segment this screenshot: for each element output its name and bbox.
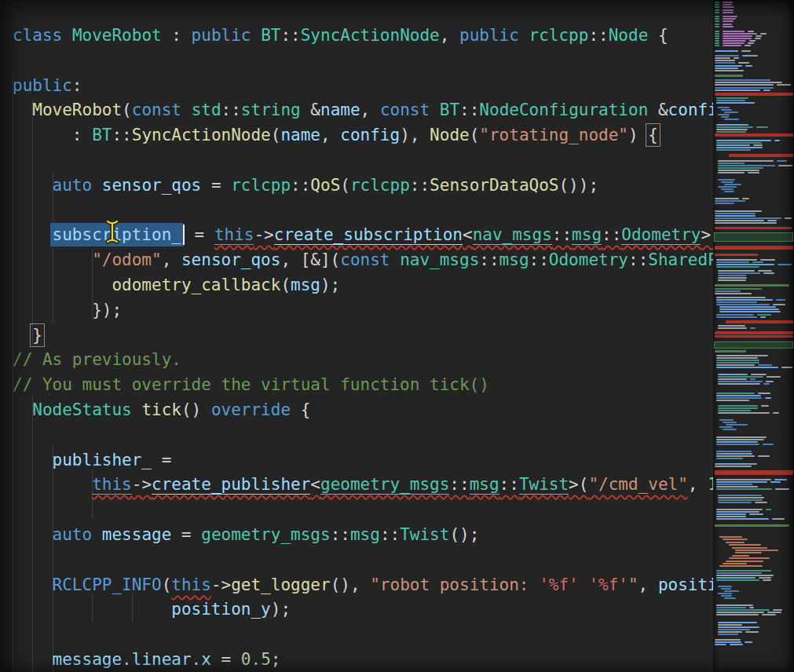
minimap-code-line xyxy=(715,55,739,57)
minimap-code-line xyxy=(723,26,734,27)
code-line[interactable]: publisher_ = xyxy=(13,448,713,473)
minimap-code-line xyxy=(723,31,745,32)
code-line[interactable]: message.linear.x = 0.5; xyxy=(13,648,713,672)
minimap-code-line xyxy=(716,455,755,457)
minimap-code-line xyxy=(755,38,761,39)
minimap-code-line xyxy=(785,217,792,219)
code-line[interactable]: class MoveRobot : public BT::SyncActionN… xyxy=(13,24,713,49)
minimap-error-bar xyxy=(715,227,792,229)
minimap-code-line xyxy=(778,264,792,265)
code-line[interactable]: position_y); xyxy=(13,597,713,623)
code-line[interactable] xyxy=(13,498,713,523)
minimap-code-line xyxy=(718,410,751,411)
code-line[interactable]: // As previously. xyxy=(13,348,713,373)
minimap-code-line xyxy=(777,160,787,162)
minimap-code-line xyxy=(718,622,757,623)
code-line[interactable]: : BT::SyncActionNode(name, config), Node… xyxy=(13,123,713,148)
minimap-comment-bar xyxy=(715,288,762,290)
minimap-code-line xyxy=(718,634,738,635)
code-line[interactable] xyxy=(13,148,713,173)
code-line[interactable] xyxy=(13,423,713,448)
minimap-code-line xyxy=(718,631,742,633)
minimap-code-line xyxy=(723,45,741,46)
code-line[interactable]: // You must override the virtual functio… xyxy=(13,373,713,398)
minimap-code-line xyxy=(732,547,767,549)
minimap-code-line xyxy=(715,84,774,86)
minimap-code-line xyxy=(756,35,762,37)
code-line[interactable]: auto message = geometry_msgs::msg::Twist… xyxy=(13,523,713,548)
minimap-code-line xyxy=(723,539,748,540)
minimap-code-line xyxy=(718,270,755,272)
code-line[interactable]: "/odom", sensor_qos, [&](const nav_msgs:… xyxy=(13,248,713,273)
minimap-code-line xyxy=(716,314,754,316)
minimap[interactable] xyxy=(713,0,794,672)
minimap-code-line xyxy=(723,422,737,423)
code-line[interactable]: public: xyxy=(13,74,713,99)
minimap-code-line xyxy=(715,6,719,8)
code-line[interactable]: subscription_ = this->create_subscriptio… xyxy=(13,223,713,248)
minimap-code-line xyxy=(767,220,777,221)
minimap-code-line xyxy=(774,479,788,480)
minimap-code-line xyxy=(716,147,763,148)
minimap-error-bar xyxy=(715,93,793,96)
minimap-code-line xyxy=(721,109,732,111)
minimap-code-line xyxy=(718,114,730,115)
minimap-code-line xyxy=(716,439,764,440)
minimap-code-line xyxy=(718,167,763,169)
minimap-code-line xyxy=(718,279,746,281)
minimap-code-line xyxy=(718,107,730,108)
code-line[interactable]: } xyxy=(13,323,713,349)
code-line[interactable]: this->create_publisher<geometry_msgs::ms… xyxy=(13,473,713,498)
minimap-error-bar xyxy=(715,254,758,256)
code-line[interactable]: NodeStatus tick() override { xyxy=(13,398,713,423)
code-line[interactable] xyxy=(13,548,713,573)
minimap-code-line xyxy=(775,488,789,490)
minimap-code-line xyxy=(719,426,733,428)
minimap-code-line xyxy=(774,140,780,141)
code-line[interactable]: auto sensor_qos = rclcpp::QoS(rclcpp::Se… xyxy=(13,173,713,199)
minimap-code-line xyxy=(715,35,719,37)
minimap-code-line xyxy=(715,38,719,39)
code-line[interactable]: MoveRobot(const std::string &name, const… xyxy=(13,98,713,123)
minimap-code-line xyxy=(760,316,766,318)
minimap-code-line xyxy=(715,62,735,64)
minimap-code-line xyxy=(718,626,759,628)
code-line[interactable]: odometry_callback(msg); xyxy=(13,273,713,298)
minimap-code-line xyxy=(716,316,757,318)
minimap-code-line xyxy=(718,277,747,279)
minimap-code-line xyxy=(772,518,785,520)
minimap-code-line xyxy=(715,203,734,204)
minimap-code-line xyxy=(765,397,771,399)
minimap-code-line xyxy=(716,511,759,513)
code-line[interactable]: RCLCPP_INFO(this->get_logger(), "robot p… xyxy=(13,573,713,598)
minimap-code-line xyxy=(716,301,757,303)
minimap-code-line xyxy=(781,367,792,368)
minimap-code-line xyxy=(724,111,738,113)
minimap-code-line xyxy=(716,441,758,443)
minimap-code-line xyxy=(718,172,745,173)
minimap-code-line xyxy=(723,24,732,25)
minimap-code-line xyxy=(723,12,734,13)
minimap-code-line xyxy=(715,89,760,91)
minimap-code-line xyxy=(716,129,748,130)
minimap-code-line xyxy=(716,100,745,101)
minimap-code-line xyxy=(778,165,792,166)
minimap-code-line xyxy=(716,604,753,606)
code-line[interactable] xyxy=(13,623,713,648)
code-line[interactable] xyxy=(13,49,713,74)
code-line[interactable]: }); xyxy=(13,298,713,323)
minimap-code-line xyxy=(716,570,771,572)
minimap-code-line xyxy=(723,20,734,22)
minimap-code-line xyxy=(716,102,755,104)
minimap-code-line xyxy=(716,509,763,510)
minimap-code-line xyxy=(748,31,754,32)
minimap-error-bar xyxy=(715,133,793,137)
minimap-error-bar xyxy=(715,470,793,475)
minimap-code-line xyxy=(715,45,719,46)
minimap-code-line xyxy=(716,259,757,261)
code-line[interactable] xyxy=(13,199,713,224)
code-area[interactable]: class MoveRobot : public BT::SyncActionN… xyxy=(0,0,713,672)
minimap-code-line xyxy=(755,502,767,503)
minimap-code-line xyxy=(773,304,785,305)
minimap-code-line xyxy=(745,45,751,46)
